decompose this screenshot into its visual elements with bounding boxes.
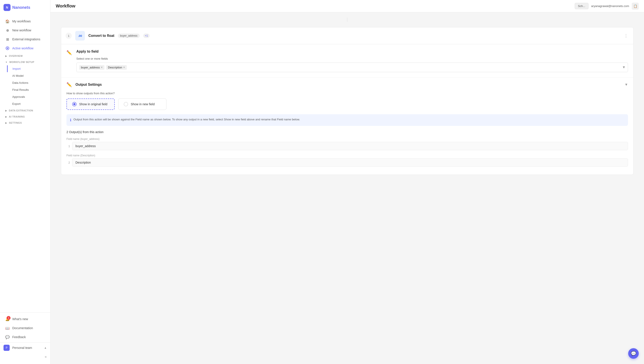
option-show-new[interactable]: Show in new field — [118, 98, 166, 110]
outputs-count-label: 2 Output(s) from this action — [66, 130, 628, 134]
personal-team-label: Personal team — [12, 346, 32, 350]
collapse-output-icon[interactable]: ▼ — [624, 83, 628, 86]
select-arrow-icon: ▼ — [622, 65, 626, 69]
field-row-1: 1 — [66, 142, 628, 150]
output-edit-icon: ✏️ — [66, 82, 72, 87]
workflow-card: 1 .00 Convert to float buyer_address +1 … — [61, 27, 634, 175]
section-label: OVERVIEW — [9, 54, 23, 57]
subnav-item-approvals[interactable]: Approvals — [9, 94, 48, 100]
sidebar-item-external-integrations[interactable]: ⊞ External integrations — [2, 35, 48, 44]
svg-point-1 — [7, 48, 8, 49]
output-settings-section: ✏️ Output Settings ▼ How to show outputs… — [61, 78, 633, 174]
field-row-2: 2 — [66, 158, 628, 167]
edit-icon: ✏️ — [66, 50, 72, 72]
sidebar-item-documentation[interactable]: 📖 Documentation — [2, 324, 48, 332]
radio-dot — [73, 103, 76, 105]
chevron-right-icon: ▶ — [5, 110, 7, 112]
step-title: Convert to float — [88, 34, 114, 38]
sidebar-item-label: New workflow — [12, 28, 31, 32]
subnav-label: Export — [12, 102, 20, 106]
book-icon: 📖 — [5, 326, 10, 330]
section-label: WORKFLOW SETUP — [9, 61, 34, 63]
subnav-label: AI Model — [12, 74, 24, 78]
subnav-item-export[interactable]: Export — [9, 100, 48, 107]
sidebar-item-label: External integrations — [12, 38, 40, 41]
subnav-item-final-results[interactable]: Final Results — [9, 86, 48, 93]
radio-original — [72, 102, 76, 106]
field-group-1: Field name (buyer_address) 1 — [66, 137, 628, 150]
radio-options: Show in original field Show in new field — [66, 98, 628, 110]
documentation-label: Documentation — [12, 326, 33, 330]
section-overview[interactable]: ▶ OVERVIEW — [2, 53, 48, 59]
remove-buyer-address[interactable]: ✕ — [101, 66, 103, 69]
chat-button[interactable]: 💬 — [628, 348, 639, 359]
workflow-icon — [5, 46, 10, 50]
home-icon: 🏠 — [5, 19, 10, 24]
apply-to-field-section: ✏️ Apply to field Select one or more fie… — [61, 44, 633, 78]
field-index-1: 1 — [66, 144, 70, 148]
sidebar-item-active-workflow[interactable]: Active workflow — [2, 44, 48, 53]
sidebar-item-new-workflow[interactable]: ⊕ New workflow — [2, 26, 48, 35]
section-ai-training[interactable]: ▶ AI TRAINING — [2, 114, 48, 120]
apply-to-field-title: Apply to field — [76, 50, 628, 54]
header-actions: Sch... aryanagrawal@nanonets.com 📋 — [575, 3, 639, 10]
section-workflow-setup[interactable]: ▼ WORKFLOW SETUP — [2, 59, 48, 65]
subnav-item-import[interactable]: Import — [7, 65, 48, 72]
section-label: AI TRAINING — [9, 115, 25, 118]
header: Workflow Sch... aryanagrawal@nanonets.co… — [50, 0, 644, 12]
info-text: Output from this action will be shown ag… — [74, 117, 300, 123]
workflow-container: 1 .00 Convert to float buyer_address +1 … — [50, 12, 644, 185]
sidebar-item-whats-new[interactable]: 🔔 1 What's new — [2, 315, 48, 324]
user-email: aryanagrawal@nanonets.com — [591, 4, 629, 8]
chevron-right-icon: ▶ — [5, 122, 7, 124]
notification-badge: 1 — [6, 316, 10, 320]
chevron-right-icon: ▶ — [5, 116, 7, 118]
step-icon: .00 — [75, 31, 85, 40]
field-label-2: Field name (Description) — [66, 154, 628, 157]
section-data-extraction[interactable]: ▶ DATA EXTRACTION — [2, 108, 48, 114]
section-settings[interactable]: ▶ SETTINGS — [2, 120, 48, 126]
field-index-2: 2 — [66, 161, 70, 164]
sidebar-item-feedback[interactable]: 💬 Feedback — [2, 333, 48, 342]
field-input-2[interactable] — [72, 158, 628, 167]
output-settings-header[interactable]: ✏️ Output Settings ▼ — [66, 82, 628, 87]
logo-icon: N — [4, 4, 10, 11]
content-area: 1 .00 Convert to float buyer_address +1 … — [50, 12, 644, 364]
page-title: Workflow — [56, 4, 76, 8]
step-more-menu[interactable]: ⋮ — [623, 32, 629, 39]
logo-text: Nanonets — [12, 5, 30, 10]
option-show-original[interactable]: Show in original field — [66, 98, 115, 110]
sidebar-item-label: My workflows — [12, 20, 31, 23]
option-new-label: Show in new field — [131, 102, 155, 106]
apply-to-field-label: Select one or more fields — [76, 57, 628, 60]
sidebar: N Nanonets 🏠 My workflows ⊕ New workflow… — [0, 0, 50, 364]
info-icon: ℹ — [70, 118, 71, 123]
field-input-1[interactable] — [72, 142, 628, 150]
collapse-sidebar-button[interactable]: « — [0, 353, 50, 360]
section-label: DATA EXTRACTION — [9, 109, 33, 112]
team-avatar: P — [4, 345, 10, 351]
step-field-tag: buyer_address — [118, 34, 140, 38]
field-group-2: Field name (Description) 2 — [66, 154, 628, 167]
schedule-button[interactable]: Sch... — [575, 3, 588, 9]
subnav-item-data-actions[interactable]: Data Actions — [9, 80, 48, 86]
subnav-label: Data Actions — [12, 81, 28, 84]
step-plus-tag: +1 — [143, 34, 150, 38]
output-settings-title: ✏️ Output Settings — [66, 82, 102, 87]
chevron-up-icon: ▲ — [44, 346, 47, 349]
logo[interactable]: N Nanonets — [0, 0, 50, 15]
subnav-label: Import — [12, 67, 20, 70]
field-selector[interactable]: buyer_address ✕ Description ✕ ▼ — [76, 62, 628, 72]
copy-button[interactable]: 📋 — [632, 3, 639, 10]
personal-team[interactable]: P Personal team ▲ — [0, 342, 50, 353]
remove-description[interactable]: ✕ — [123, 66, 125, 69]
chevron-down-icon: ▼ — [5, 61, 8, 63]
subnav-item-ai-model[interactable]: AI Model — [9, 72, 48, 79]
chat-icon: 💬 — [631, 351, 636, 356]
info-box: ℹ Output from this action will be shown … — [66, 114, 628, 126]
sidebar-item-my-workflows[interactable]: 🏠 My workflows — [2, 17, 48, 26]
chevron-right-icon: ▶ — [5, 55, 7, 57]
sidebar-bottom: 🔔 1 What's new 📖 Documentation 💬 Feedbac… — [0, 312, 50, 364]
workflow-subnav: Import AI Model Data Actions Final Resul… — [0, 65, 50, 107]
grid-icon: ⊞ — [5, 37, 10, 42]
